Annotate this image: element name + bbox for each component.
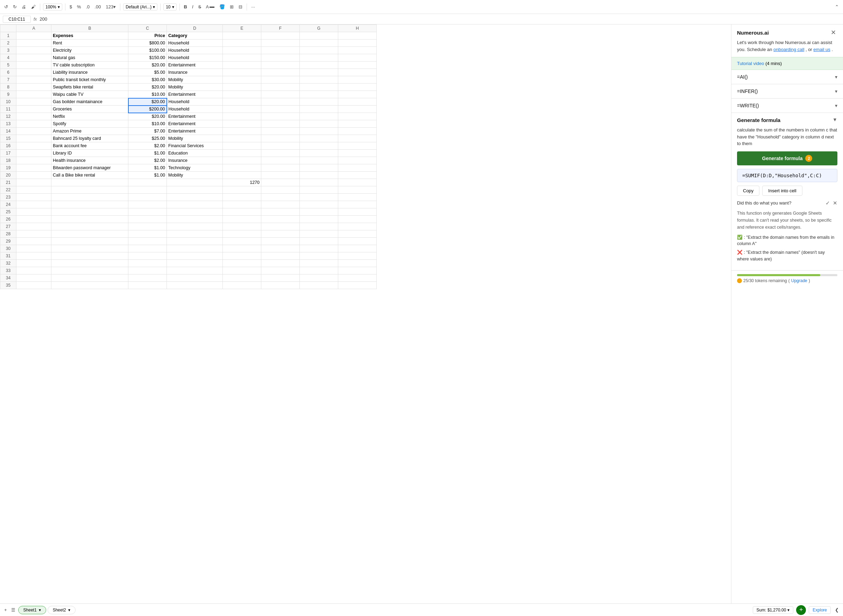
cell-h32[interactable]: [338, 260, 377, 267]
cell-e15[interactable]: [223, 135, 261, 142]
font-dropdown[interactable]: Default (Ari...) ▾: [123, 3, 157, 10]
col-header-d[interactable]: D: [167, 25, 223, 32]
cell-h15[interactable]: [338, 135, 377, 142]
cell-c35[interactable]: [128, 282, 167, 289]
cell-c23[interactable]: [128, 194, 167, 201]
cell-a11[interactable]: [16, 106, 51, 113]
sheets-menu-button[interactable]: ☰: [10, 607, 17, 613]
cell-b10[interactable]: Gas boilder maintainance: [51, 98, 128, 106]
cell-c18[interactable]: $2.00: [128, 157, 167, 164]
cell-a1[interactable]: [16, 32, 51, 40]
cell-f5[interactable]: [261, 62, 300, 69]
ai-section-header[interactable]: =AI() ▾: [731, 70, 843, 84]
cell-c10[interactable]: $20.00: [128, 98, 167, 106]
cell-a35[interactable]: [16, 282, 51, 289]
cell-c13[interactable]: $10.00: [128, 120, 167, 128]
cell-h22[interactable]: [338, 186, 377, 194]
cell-e11[interactable]: [223, 106, 261, 113]
cell-b9[interactable]: Waipu cable TV: [51, 91, 128, 98]
cell-g27[interactable]: [300, 223, 338, 230]
cell-d31[interactable]: [167, 252, 223, 260]
cell-e5[interactable]: [223, 62, 261, 69]
cell-g19[interactable]: [300, 164, 338, 172]
print-button[interactable]: 🖨: [20, 3, 28, 10]
cell-a22[interactable]: [16, 186, 51, 194]
cell-g18[interactable]: [300, 157, 338, 164]
cell-b3[interactable]: Electricity: [51, 47, 128, 54]
cell-b27[interactable]: [51, 223, 128, 230]
cell-e35[interactable]: [223, 282, 261, 289]
cell-d7[interactable]: Mobility: [167, 76, 223, 84]
cell-c4[interactable]: $150.00: [128, 54, 167, 62]
cell-a13[interactable]: [16, 120, 51, 128]
cell-h13[interactable]: [338, 120, 377, 128]
cell-h4[interactable]: [338, 54, 377, 62]
cell-f9[interactable]: [261, 91, 300, 98]
cell-b4[interactable]: Natural gas: [51, 54, 128, 62]
cell-c1[interactable]: Price: [128, 32, 167, 40]
cell-d21[interactable]: [167, 179, 223, 186]
cell-e9[interactable]: [223, 91, 261, 98]
cell-f26[interactable]: [261, 216, 300, 223]
cell-a12[interactable]: [16, 113, 51, 120]
cell-c27[interactable]: [128, 223, 167, 230]
cell-b12[interactable]: Netflix: [51, 113, 128, 120]
cell-a33[interactable]: [16, 267, 51, 274]
cell-d25[interactable]: [167, 208, 223, 216]
cell-e26[interactable]: [223, 216, 261, 223]
cell-a26[interactable]: [16, 216, 51, 223]
cell-e28[interactable]: [223, 230, 261, 238]
cell-f21[interactable]: [261, 179, 300, 186]
cell-h11[interactable]: [338, 106, 377, 113]
cell-c7[interactable]: $30.00: [128, 76, 167, 84]
cell-h9[interactable]: [338, 91, 377, 98]
cell-f31[interactable]: [261, 252, 300, 260]
cell-g11[interactable]: [300, 106, 338, 113]
cell-e13[interactable]: [223, 120, 261, 128]
cell-reference-input[interactable]: [3, 16, 31, 23]
cell-b14[interactable]: Amazon Prime: [51, 128, 128, 135]
cell-g24[interactable]: [300, 201, 338, 208]
cell-h18[interactable]: [338, 157, 377, 164]
cell-a9[interactable]: [16, 91, 51, 98]
add-sheet-button[interactable]: +: [3, 607, 9, 613]
cell-b20[interactable]: Call a Bike bike rental: [51, 172, 128, 179]
cell-d9[interactable]: Entertainment: [167, 91, 223, 98]
cell-a2[interactable]: [16, 40, 51, 47]
cell-h10[interactable]: [338, 98, 377, 106]
cell-d26[interactable]: [167, 216, 223, 223]
percent-button[interactable]: %: [76, 3, 82, 10]
cell-h1[interactable]: [338, 32, 377, 40]
cell-g25[interactable]: [300, 208, 338, 216]
cell-c17[interactable]: $1.00: [128, 150, 167, 157]
cell-h8[interactable]: [338, 84, 377, 91]
cell-a25[interactable]: [16, 208, 51, 216]
cell-d27[interactable]: [167, 223, 223, 230]
tutorial-video-link[interactable]: Tutorial video: [737, 61, 764, 66]
cell-g34[interactable]: [300, 274, 338, 282]
cell-g31[interactable]: [300, 252, 338, 260]
write-section-header[interactable]: =WRITE() ▾: [731, 98, 843, 113]
feedback-x-icon[interactable]: ✕: [833, 200, 837, 206]
cell-f3[interactable]: [261, 47, 300, 54]
cell-e18[interactable]: [223, 157, 261, 164]
generate-chevron-icon[interactable]: ▲: [833, 117, 837, 123]
cell-f4[interactable]: [261, 54, 300, 62]
cell-b6[interactable]: Liability insurance: [51, 69, 128, 76]
sheet1-tab[interactable]: Sheet1 ▾: [18, 606, 46, 614]
cell-f19[interactable]: [261, 164, 300, 172]
cell-h5[interactable]: [338, 62, 377, 69]
cell-g35[interactable]: [300, 282, 338, 289]
cell-f23[interactable]: [261, 194, 300, 201]
cell-c33[interactable]: [128, 267, 167, 274]
cell-d4[interactable]: Household: [167, 54, 223, 62]
cell-g6[interactable]: [300, 69, 338, 76]
cell-e29[interactable]: [223, 238, 261, 245]
cell-a17[interactable]: [16, 150, 51, 157]
cell-c30[interactable]: [128, 245, 167, 252]
redo-button[interactable]: ↻: [12, 3, 18, 10]
cell-b1[interactable]: Expenses: [51, 32, 128, 40]
paint-format-button[interactable]: 🖌: [30, 3, 37, 10]
cell-e27[interactable]: [223, 223, 261, 230]
cell-d18[interactable]: Insurance: [167, 157, 223, 164]
